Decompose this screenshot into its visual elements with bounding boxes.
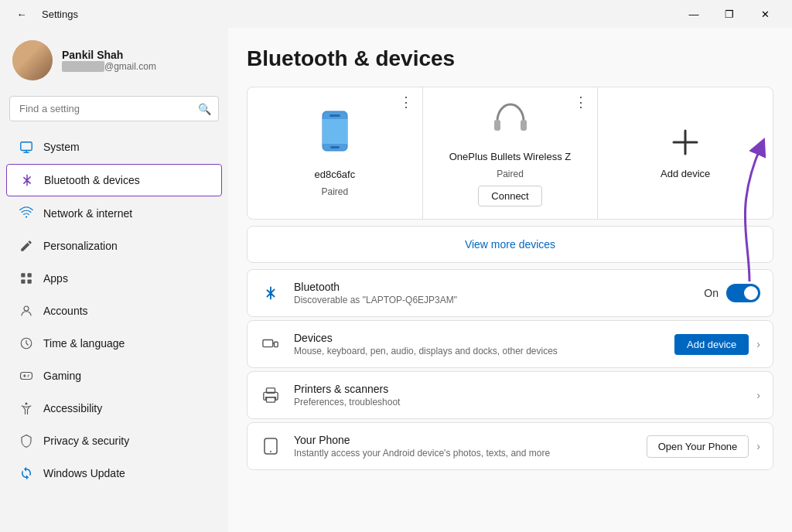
app-body: Pankil Shah ██████@gmail.com 🔍 System Bl… bbox=[0, 28, 792, 532]
windows-update-icon bbox=[19, 466, 34, 481]
svg-rect-19 bbox=[330, 146, 340, 148]
nav-windows-update[interactable]: Windows Update bbox=[6, 458, 222, 489]
bluetooth-row-icon bbox=[260, 282, 282, 304]
titlebar: ← Settings — ❐ ✕ bbox=[0, 0, 792, 28]
user-info: Pankil Shah ██████@gmail.com bbox=[62, 49, 156, 72]
svg-rect-26 bbox=[275, 342, 278, 346]
user-name: Pankil Shah bbox=[62, 49, 156, 61]
page-title: Bluetooth & devices bbox=[247, 46, 773, 71]
content-area: Bluetooth & devices ⋮ ed8c6afc Paired bbox=[228, 28, 792, 532]
devices-row-desc: Mouse, keyboard, pen, audio, displays an… bbox=[294, 346, 662, 356]
add-device-icon bbox=[670, 127, 701, 162]
nav-personalization[interactable]: Personalization bbox=[6, 230, 222, 261]
minimize-button[interactable]: — bbox=[676, 2, 712, 26]
svg-rect-25 bbox=[263, 340, 273, 347]
bluetooth-row-right: On bbox=[704, 284, 760, 302]
device-1-status: Paired bbox=[321, 186, 348, 197]
phone-chevron: › bbox=[756, 440, 760, 452]
accessibility-label: Accessibility bbox=[43, 402, 102, 414]
user-email: ██████@gmail.com bbox=[62, 61, 156, 72]
device-card-1-menu[interactable]: ⋮ bbox=[399, 95, 413, 109]
accounts-icon bbox=[19, 303, 34, 319]
back-button[interactable]: ← bbox=[9, 2, 34, 26]
device-card-2-menu[interactable]: ⋮ bbox=[574, 95, 588, 109]
svg-point-8 bbox=[24, 306, 29, 311]
printers-row-right: › bbox=[756, 389, 760, 401]
time-label: Time & language bbox=[43, 337, 125, 350]
svg-rect-18 bbox=[323, 119, 347, 144]
windows-update-label: Windows Update bbox=[43, 467, 125, 479]
titlebar-left: ← Settings bbox=[9, 2, 78, 26]
personalization-icon bbox=[19, 238, 34, 254]
user-profile[interactable]: Pankil Shah ██████@gmail.com bbox=[0, 28, 228, 96]
maximize-button[interactable]: ❐ bbox=[712, 2, 747, 26]
connect-button[interactable]: Connect bbox=[478, 186, 541, 206]
phone-row-text: Your Phone Instantly access your Android… bbox=[294, 434, 634, 459]
bluetooth-toggle-label: On bbox=[704, 287, 719, 299]
nav-apps[interactable]: Apps bbox=[6, 263, 222, 294]
close-button[interactable]: ✕ bbox=[747, 2, 783, 26]
accessibility-icon bbox=[19, 401, 34, 416]
window-controls: — ❐ ✕ bbox=[676, 2, 783, 26]
nav-gaming[interactable]: Gaming bbox=[6, 360, 222, 391]
printers-row-desc: Preferences, troubleshoot bbox=[294, 397, 744, 408]
phone-settings-row[interactable]: Your Phone Instantly access your Android… bbox=[247, 422, 773, 470]
accounts-label: Accounts bbox=[43, 305, 88, 317]
apps-label: Apps bbox=[43, 272, 68, 285]
open-phone-button[interactable]: Open Your Phone bbox=[647, 435, 749, 458]
printers-row-text: Printers & scanners Preferences, trouble… bbox=[294, 383, 744, 408]
svg-point-14 bbox=[28, 376, 29, 377]
svg-point-13 bbox=[28, 375, 29, 377]
svg-rect-6 bbox=[21, 280, 25, 284]
phone-row-desc: Instantly access your Android device's p… bbox=[294, 448, 634, 459]
svg-rect-17 bbox=[329, 114, 340, 117]
devices-settings-row[interactable]: Devices Mouse, keyboard, pen, audio, dis… bbox=[247, 320, 773, 368]
svg-rect-20 bbox=[494, 120, 500, 131]
privacy-icon bbox=[19, 433, 34, 448]
nav-network[interactable]: Network & internet bbox=[6, 198, 222, 229]
device-2-name: OnePlus Bullets Wireless Z bbox=[449, 151, 572, 162]
devices-row-text: Devices Mouse, keyboard, pen, audio, dis… bbox=[294, 332, 662, 356]
devices-row-right: Add device › bbox=[674, 334, 760, 355]
phone-row-right: Open Your Phone › bbox=[647, 435, 760, 458]
bluetooth-settings-row[interactable]: Bluetooth Discoverable as "LAPTOP-Q6EJP3… bbox=[247, 269, 773, 317]
phone-device-icon bbox=[319, 110, 350, 159]
nav-bluetooth[interactable]: Bluetooth & devices bbox=[6, 164, 222, 196]
bluetooth-toggle[interactable] bbox=[726, 284, 760, 302]
avatar bbox=[12, 40, 53, 80]
view-more-row[interactable]: View more devices bbox=[247, 226, 773, 263]
system-icon bbox=[19, 139, 34, 155]
device-card-1[interactable]: ⋮ ed8c6afc Paired bbox=[248, 87, 423, 219]
network-icon bbox=[19, 206, 34, 221]
add-device-button[interactable]: Add device bbox=[674, 334, 749, 355]
privacy-label: Privacy & security bbox=[43, 435, 129, 447]
printers-settings-row[interactable]: Printers & scanners Preferences, trouble… bbox=[247, 371, 773, 419]
svg-rect-4 bbox=[21, 273, 25, 277]
printers-chevron: › bbox=[756, 389, 760, 401]
nav-privacy[interactable]: Privacy & security bbox=[6, 425, 222, 456]
nav-accessibility[interactable]: Accessibility bbox=[6, 393, 222, 424]
devices-chevron: › bbox=[756, 338, 760, 350]
printers-row-title: Printers & scanners bbox=[294, 383, 744, 395]
network-label: Network & internet bbox=[43, 207, 132, 220]
sidebar: Pankil Shah ██████@gmail.com 🔍 System Bl… bbox=[0, 28, 228, 532]
view-more-link[interactable]: View more devices bbox=[465, 238, 555, 251]
toggle-knob bbox=[744, 286, 758, 300]
bluetooth-row-desc: Discoverable as "LAPTOP-Q6EJP3AM" bbox=[294, 295, 691, 305]
add-device-card[interactable]: Add device bbox=[598, 87, 773, 219]
nav-time[interactable]: Time & language bbox=[6, 328, 222, 359]
nav-accounts[interactable]: Accounts bbox=[6, 295, 222, 326]
device-card-2[interactable]: ⋮ OnePlus Bullets Wireless Z Paired Conn… bbox=[423, 87, 599, 219]
svg-point-3 bbox=[26, 216, 27, 217]
svg-rect-0 bbox=[21, 142, 32, 151]
svg-rect-29 bbox=[267, 397, 275, 402]
bluetooth-row-title: Bluetooth bbox=[294, 281, 691, 293]
search-input[interactable] bbox=[9, 96, 219, 121]
svg-rect-21 bbox=[521, 120, 527, 131]
system-label: System bbox=[43, 141, 80, 153]
device-cards: ⋮ ed8c6afc Paired ⋮ bbox=[247, 87, 773, 220]
avatar-image bbox=[12, 40, 53, 80]
app-title: Settings bbox=[42, 9, 78, 20]
nav-system[interactable]: System bbox=[6, 131, 222, 162]
phone-row-icon bbox=[260, 435, 282, 457]
